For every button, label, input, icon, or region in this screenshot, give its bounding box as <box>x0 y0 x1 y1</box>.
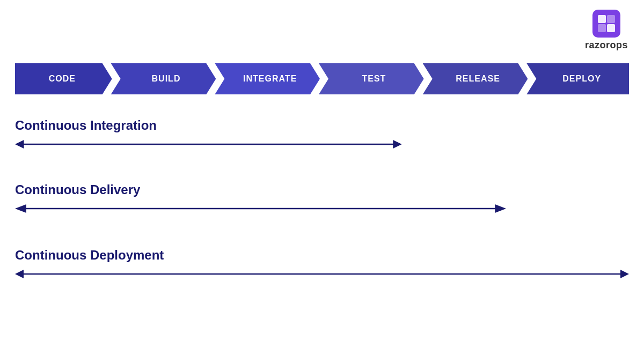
logo-text: razorops <box>585 40 628 51</box>
pipeline-step-deploy: DEPLOY <box>526 63 629 94</box>
svg-rect-4 <box>607 24 615 32</box>
cdeploy-label-row: Continuous Deployment <box>0 248 644 263</box>
pipeline-container: CODE BUILD INTEGRATE TEST RELEASE DEPLOY <box>15 63 629 94</box>
ci-label-row: Continuous Integration <box>0 118 644 133</box>
pipeline-step-build: BUILD <box>111 63 216 94</box>
svg-marker-9 <box>15 204 26 213</box>
cdel-label-row: Continuous Delivery <box>0 182 644 197</box>
svg-rect-1 <box>598 15 606 23</box>
ci-arrow-row <box>15 138 629 150</box>
svg-marker-7 <box>393 140 401 149</box>
cdel-arrow-svg <box>15 203 506 214</box>
logo-area: razorops <box>585 10 628 51</box>
svg-marker-10 <box>495 204 506 213</box>
pipeline-step-integrate: INTEGRATE <box>215 63 320 94</box>
cdeploy-arrow-row <box>15 268 629 280</box>
svg-rect-3 <box>598 24 606 32</box>
cdel-label: Continuous Delivery <box>15 182 140 197</box>
cdeploy-arrow-svg <box>15 268 629 280</box>
svg-rect-0 <box>592 10 620 38</box>
svg-marker-13 <box>620 270 629 278</box>
svg-marker-12 <box>15 270 24 278</box>
ci-arrow-svg <box>15 138 402 150</box>
cdeploy-label: Continuous Deployment <box>15 248 164 262</box>
pipeline-step-test: TEST <box>319 63 424 94</box>
svg-marker-6 <box>15 140 24 149</box>
cdel-arrow-row <box>15 203 629 214</box>
ci-label: Continuous Integration <box>15 118 157 132</box>
razorops-icon <box>592 10 620 38</box>
pipeline-step-code: CODE <box>15 63 112 94</box>
svg-rect-2 <box>607 15 615 23</box>
pipeline-step-release: RELEASE <box>423 63 528 94</box>
